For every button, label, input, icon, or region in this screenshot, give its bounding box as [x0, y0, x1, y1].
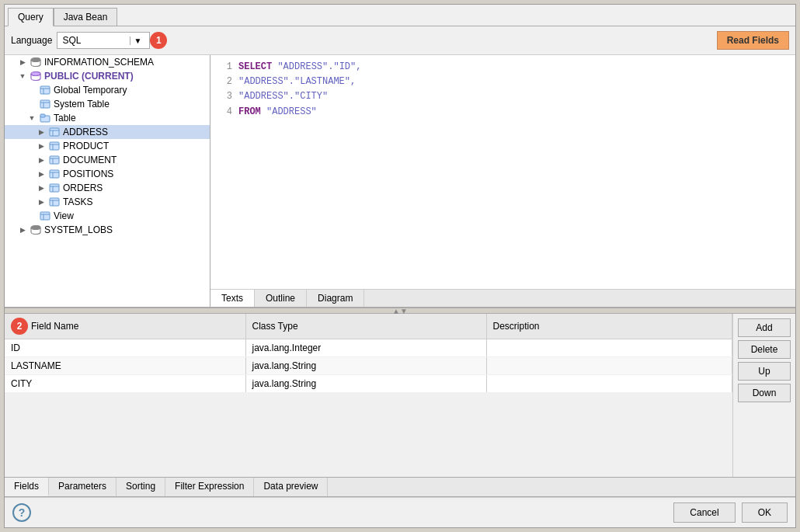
table-row[interactable]: LASTNAME java.lang.String — [5, 357, 732, 375]
fields-section: 2 Field Name Class Type Description ID j… — [5, 314, 795, 477]
sql-text: "ADDRESS" — [261, 106, 317, 117]
tab-texts[interactable]: Texts — [210, 290, 255, 307]
tree-item-positions[interactable]: ▶ POSITIONS — [5, 167, 210, 181]
folder-icon — [39, 113, 51, 123]
tree-label: ORDERS — [63, 183, 103, 193]
class-type-cell: java.lang.String — [245, 357, 486, 375]
svg-rect-7 — [40, 100, 50, 108]
svg-rect-18 — [50, 156, 59, 164]
class-type-cell: java.lang.String — [245, 375, 486, 393]
tree-label: ADDRESS — [63, 127, 108, 137]
sql-editor[interactable]: 1 SELECT "ADDRESS"."ID", 2 "ADDRESS"."LA… — [210, 55, 795, 289]
svg-rect-15 — [50, 142, 59, 150]
keyword-select: SELECT — [238, 61, 272, 72]
sql-line-3: 3 "ADDRESS"."CITY" — [217, 89, 789, 104]
db-icon — [30, 57, 42, 68]
db-icon — [30, 71, 42, 82]
tree-item-product[interactable]: ▶ PRODUCT — [5, 139, 210, 153]
expand-icon: ▶ — [36, 127, 47, 137]
svg-rect-21 — [50, 170, 59, 178]
tree-item-tasks[interactable]: ▶ TASKS — [5, 195, 210, 209]
top-tabs-bar: Query Java Bean — [5, 5, 795, 26]
db-icon — [30, 224, 42, 235]
expand-icon: ▶ — [17, 224, 28, 235]
tree-label: Global Temporary — [54, 85, 127, 96]
description-cell — [486, 339, 732, 357]
table-icon — [48, 155, 61, 165]
line-number: 1 — [217, 60, 232, 75]
expand-icon: ▶ — [36, 169, 47, 179]
footer-buttons: Cancel OK — [673, 502, 788, 523]
editor-panel: 1 SELECT "ADDRESS"."ID", 2 "ADDRESS"."LA… — [210, 55, 795, 307]
table-icon — [48, 196, 61, 207]
expand-icon: ▶ — [36, 196, 47, 207]
keyword-from: FROM — [238, 106, 261, 117]
expand-icon: ▶ — [36, 183, 47, 193]
table-row[interactable]: CITY java.lang.String — [5, 375, 732, 393]
dialog: Query Java Bean Language SQL ▼ 1 Read Fi… — [4, 4, 796, 528]
tree-item-document[interactable]: ▶ DOCUMENT — [5, 153, 210, 167]
sql-line-4: 4 FROM "ADDRESS" — [217, 105, 789, 120]
editor-tabs: Texts Outline Diagram — [210, 289, 795, 307]
tab-fields[interactable]: Fields — [5, 478, 49, 496]
footer: ? Cancel OK — [5, 497, 795, 527]
tree-item-info-schema[interactable]: ▶ INFORMATION_SCHEMA — [5, 55, 210, 69]
svg-rect-12 — [50, 128, 59, 136]
fields-table-wrapper: 2 Field Name Class Type Description ID j… — [5, 314, 733, 477]
help-button[interactable]: ? — [12, 503, 31, 522]
tree-item-public[interactable]: ▼ PUBLIC (CURRENT) — [5, 69, 210, 83]
class-type-cell: java.lang.Integer — [245, 339, 486, 357]
sql-text: "ADDRESS"."ID", — [272, 61, 361, 72]
language-select[interactable]: SQL ▼ — [57, 32, 150, 49]
tree-label: TASKS — [63, 196, 92, 207]
tab-query[interactable]: Query — [8, 8, 54, 26]
down-button[interactable]: Down — [738, 384, 791, 402]
tree-item-global-temp[interactable]: Global Temporary — [5, 83, 210, 97]
expand-icon: ▼ — [17, 71, 28, 82]
field-name-cell: LASTNAME — [5, 357, 245, 375]
tree-label: SYSTEM_LOBS — [44, 224, 113, 235]
fields-table-area: 2 Field Name Class Type Description ID j… — [5, 314, 795, 477]
tree-item-system-lobs[interactable]: ▶ SYSTEM_LOBS — [5, 223, 210, 237]
tab-outline[interactable]: Outline — [255, 290, 307, 307]
language-dropdown-icon[interactable]: ▼ — [130, 37, 144, 45]
tree-item-address[interactable]: ▶ ADDRESS — [5, 125, 210, 139]
ok-button[interactable]: OK — [742, 502, 788, 523]
tree-panel: ▶ INFORMATION_SCHEMA ▼ PUBLIC (CURRENT) … — [5, 55, 210, 307]
tab-javabean[interactable]: Java Bean — [54, 8, 118, 26]
tree-label: View — [54, 210, 74, 221]
sql-text: "ADDRESS"."LASTNAME", — [238, 75, 356, 89]
expand-icon: ▼ — [26, 113, 37, 123]
description-cell — [486, 375, 732, 393]
language-label: Language — [11, 35, 52, 46]
delete-button[interactable]: Delete — [738, 340, 791, 359]
tab-filter-expr[interactable]: Filter Expression — [165, 478, 254, 496]
up-button[interactable]: Up — [738, 362, 791, 381]
tree-item-view[interactable]: View — [5, 209, 210, 223]
tab-parameters[interactable]: Parameters — [49, 478, 117, 496]
tree-item-table[interactable]: ▼ Table — [5, 111, 210, 125]
tree-item-orders[interactable]: ▶ ORDERS — [5, 181, 210, 195]
col-header-description: Description — [486, 314, 732, 339]
tree-label: System Table — [54, 99, 110, 110]
splitter[interactable]: ▲▼ — [5, 308, 795, 314]
tree-label: DOCUMENT — [63, 155, 117, 165]
table-row[interactable]: ID java.lang.Integer — [5, 339, 732, 357]
add-button[interactable]: Add — [738, 318, 791, 337]
line-number: 2 — [217, 75, 232, 89]
tab-data-preview[interactable]: Data preview — [254, 478, 328, 496]
badge-2: 2 — [11, 318, 28, 335]
cancel-button[interactable]: Cancel — [673, 502, 735, 523]
language-value: SQL — [62, 35, 130, 46]
expand-icon — [26, 210, 37, 221]
table-icon — [39, 210, 51, 221]
table-icon — [48, 141, 61, 151]
table-icon — [48, 127, 61, 137]
tree-item-system-table[interactable]: System Table — [5, 97, 210, 111]
tab-sorting[interactable]: Sorting — [117, 478, 165, 496]
table-icon — [48, 183, 61, 193]
tab-diagram[interactable]: Diagram — [307, 290, 364, 307]
table-icon — [39, 99, 51, 110]
read-fields-button[interactable]: Read Fields — [717, 31, 789, 50]
tree-label: Table — [54, 113, 76, 123]
